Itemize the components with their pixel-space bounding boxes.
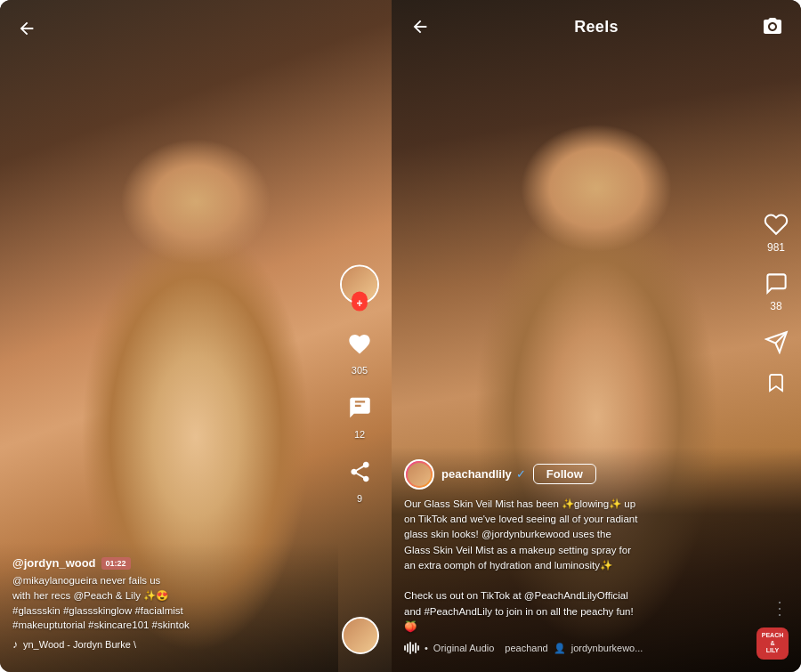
ig-avatar (404, 459, 434, 490)
app-container: + 305 12 (0, 0, 801, 672)
follow-plus-badge[interactable]: + (352, 295, 368, 311)
waveform-icon (404, 642, 419, 654)
right-top-bar: Reels (392, 0, 801, 48)
ig-verified-icon: ✓ (516, 467, 526, 481)
like-action[interactable]: 305 (343, 327, 376, 375)
heart-icon (343, 327, 376, 360)
ig-user-row: peachandlily ✓ Follow (404, 459, 789, 490)
comment-action[interactable]: 12 (343, 391, 376, 439)
ig-audio-separator2: 👤 (554, 643, 566, 654)
comment-icon (343, 391, 376, 425)
left-panel-tiktok: + 305 12 (0, 0, 392, 672)
peachandlily-badge: PEACH & LILY (756, 627, 789, 660)
ig-audio-label: Original Audio (433, 643, 495, 653)
ig-bookmark-icon (765, 372, 787, 393)
bottom-spinning-avatar (342, 617, 379, 654)
camera-icon[interactable] (758, 12, 787, 41)
left-bottom-info: @jordyn_wood 01:22 @mikaylanogueira neve… (0, 542, 338, 672)
reels-title: Reels (574, 18, 619, 36)
right-bottom-overlay: peachandlily ✓ Follow Our Glass Skin Vei… (392, 447, 801, 672)
ig-like-action[interactable]: 981 (764, 212, 789, 254)
ig-audio-user2: jordynburkewo... (571, 643, 643, 653)
ig-audio-user: peachand (505, 643, 547, 653)
audio-dot-separator: • (425, 643, 428, 653)
share-count: 9 (357, 492, 362, 503)
share-action[interactable]: 9 (343, 455, 376, 503)
ig-username-group: peachandlily ✓ (441, 467, 526, 481)
ig-caption: Our Glass Skin Veil Mist has been ✨glowi… (404, 497, 789, 635)
follow-button[interactable]: Follow (533, 464, 596, 484)
ig-comment-action[interactable]: 38 (765, 271, 789, 312)
share-icon (343, 455, 376, 489)
ig-share-action[interactable] (765, 330, 789, 354)
right-back-button[interactable] (406, 12, 434, 41)
ig-send-icon (765, 330, 789, 354)
creator-avatar-wrapper: + (340, 264, 379, 304)
ig-username: peachandlily (441, 467, 512, 481)
ig-like-count: 981 (767, 241, 785, 254)
like-count: 305 (352, 364, 368, 375)
ig-comment-count: 38 (770, 300, 781, 312)
ig-heart-icon (764, 212, 789, 237)
left-back-button[interactable] (12, 14, 41, 43)
right-panel-instagram: Reels 981 (392, 0, 801, 672)
tiktok-audio: ♪ yn_Wood - Jordyn Burke \ (12, 638, 326, 651)
music-note-icon: ♪ (12, 638, 18, 651)
left-top-bar (0, 0, 392, 50)
video-timer: 01:22 (101, 557, 131, 570)
left-actions: + 305 12 (340, 264, 379, 503)
ig-audio-row: • Original Audio peachand 👤 jordynburkew… (404, 642, 789, 654)
comment-count: 12 (354, 428, 365, 439)
badge-text: PEACH & LILY (762, 632, 784, 654)
ig-comment-icon (765, 271, 789, 296)
right-actions: 981 38 (764, 212, 789, 393)
tiktok-caption: @mikaylanogueira never fails us with her… (12, 573, 326, 633)
ig-save-action[interactable] (765, 372, 787, 393)
tiktok-username: @jordyn_wood 01:22 (12, 556, 326, 570)
